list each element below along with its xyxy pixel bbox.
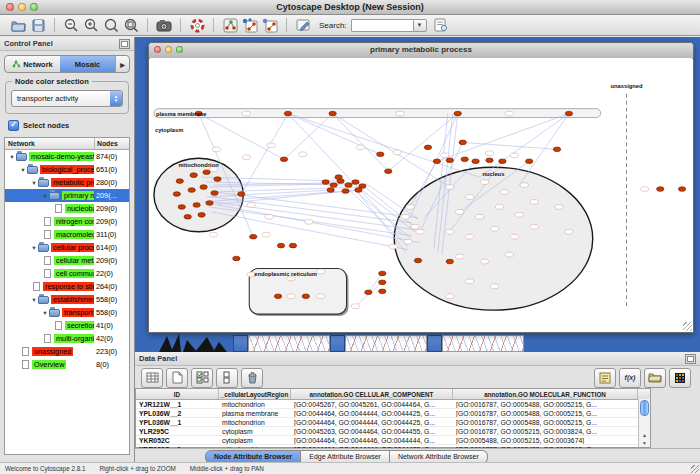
network-node[interactable] [277, 243, 284, 248]
network-node-small[interactable] [262, 232, 270, 237]
network-node-small[interactable] [351, 304, 359, 309]
table-row[interactable]: YKR052Ccytoplasm[GO:0044464, GO:0044446,… [136, 436, 650, 445]
network-node[interactable] [565, 111, 572, 116]
minimized-window-preview[interactable] [442, 335, 524, 352]
network-node-small[interactable] [317, 269, 325, 274]
network-node[interactable] [345, 183, 352, 188]
network-edit-b-icon[interactable] [260, 16, 280, 34]
tree-row[interactable]: ▼primary metabo209(... [5, 189, 129, 202]
import-attributes-icon[interactable] [644, 368, 666, 388]
network-node-small[interactable] [389, 244, 397, 249]
network-node[interactable] [184, 215, 191, 220]
minimized-window-icon[interactable] [233, 335, 248, 352]
network-node[interactable] [446, 158, 453, 163]
network-node-small[interactable] [305, 219, 313, 224]
tree-row[interactable]: secretion41(0) [5, 319, 129, 332]
tree-row[interactable]: ▼mosaic-demo-yeast874(0) [5, 150, 129, 163]
unselect-all-attributes-icon[interactable] [216, 368, 238, 388]
network-node-small[interactable] [446, 185, 454, 190]
network-node-small[interactable] [500, 190, 508, 195]
delete-attribute-icon[interactable] [241, 368, 263, 388]
network-node-small[interactable] [456, 254, 464, 259]
network-node-small[interactable] [510, 153, 518, 158]
network-node[interactable] [238, 192, 245, 197]
network-node[interactable] [454, 111, 461, 116]
tab-overflow-button[interactable]: ▶ [115, 56, 129, 72]
network-node[interactable] [472, 159, 479, 164]
network-node[interactable] [206, 201, 213, 206]
network-node[interactable] [459, 140, 466, 145]
float-panel-icon[interactable] [685, 354, 696, 364]
zoom-selected-icon[interactable] [101, 16, 121, 34]
search-dropdown-icon[interactable]: ▼ [413, 19, 427, 32]
network-node[interactable] [233, 256, 240, 261]
network-node-small[interactable] [640, 187, 648, 192]
network-node-small[interactable] [475, 214, 483, 219]
zoom-fit-icon[interactable] [121, 16, 141, 34]
table-row[interactable]: YLR295Ccytoplasm[GO:0045263, GO:0044464,… [136, 427, 650, 436]
network-node[interactable] [377, 152, 384, 157]
network-node-small[interactable] [465, 279, 473, 284]
network-window-titlebar[interactable]: primary metabolic process [149, 43, 693, 59]
help-ring-icon[interactable] [187, 16, 207, 34]
network-node[interactable] [355, 188, 362, 193]
minimized-window-icon[interactable] [427, 335, 442, 352]
network-node[interactable] [284, 111, 291, 116]
network-node[interactable] [274, 294, 281, 299]
scrollbar-thumb[interactable] [640, 400, 649, 416]
network-node[interactable] [193, 203, 200, 208]
column-header-molecular-function[interactable]: annotation.GO MOLECULAR_FUNCTION [453, 389, 638, 399]
network-node[interactable] [250, 234, 257, 239]
network-node-small[interactable] [520, 183, 528, 188]
network-node[interactable] [203, 170, 210, 175]
tree-row[interactable]: unassigned223(0) [5, 345, 129, 358]
network-node[interactable] [198, 213, 205, 218]
select-all-attributes-icon[interactable] [191, 368, 213, 388]
tree-row[interactable]: Overview8(0) [5, 358, 129, 371]
network-node-small[interactable] [209, 232, 217, 237]
minimized-window-preview[interactable] [248, 335, 330, 352]
network-node[interactable] [173, 192, 180, 197]
table-scrollbar[interactable]: ▲ ▼ [638, 399, 650, 447]
network-node[interactable] [678, 187, 685, 192]
tree-column-nodes[interactable]: Nodes [95, 140, 129, 147]
select-nodes-checkbox[interactable]: ✓ [8, 120, 19, 131]
network-node-small[interactable] [505, 111, 513, 116]
network-node[interactable] [178, 205, 185, 210]
network-edit-a-icon[interactable] [240, 16, 260, 34]
network-node-small[interactable] [406, 205, 414, 210]
network-node-small[interactable] [490, 284, 498, 289]
network-node[interactable] [657, 187, 664, 192]
minimized-window-preview[interactable] [345, 335, 427, 352]
network-node[interactable] [414, 258, 421, 263]
network-node[interactable] [329, 111, 336, 116]
network-node-small[interactable] [299, 152, 307, 157]
tree-row[interactable]: ▼cellular process614(0) [5, 241, 129, 254]
save-icon[interactable] [28, 16, 48, 34]
network-node[interactable] [365, 290, 372, 295]
network-overview-icon[interactable] [220, 16, 240, 34]
network-node-small[interactable] [317, 294, 325, 299]
network-node-small[interactable] [242, 155, 250, 160]
network-node[interactable] [280, 157, 287, 162]
network-node[interactable] [379, 271, 386, 276]
network-node[interactable] [327, 188, 334, 193]
tab-mosaic[interactable]: Mosaic [60, 56, 115, 72]
network-node[interactable] [526, 159, 533, 164]
network-node-small[interactable] [393, 150, 401, 155]
tree-expander-icon[interactable]: ▼ [8, 154, 16, 160]
function-builder-icon[interactable]: f(x) [619, 368, 641, 388]
table-row[interactable]: YPL036W__2plasma membrane[GO:0044464, GO… [136, 409, 650, 418]
network-node-small[interactable] [485, 151, 493, 156]
network-node-small[interactable] [565, 229, 573, 234]
network-node[interactable] [200, 185, 207, 190]
tree-expander-icon[interactable]: ▼ [19, 167, 27, 173]
network-node[interactable] [214, 177, 221, 182]
tree-expander-icon[interactable]: ▼ [30, 245, 38, 251]
table-row[interactable]: YPL036W__1mitochondrion[GO:0044464, GO:0… [136, 418, 650, 427]
network-node-small[interactable] [265, 214, 273, 219]
network-node-small[interactable] [287, 294, 295, 299]
network-canvas[interactable]: plasma membranecytoplasmmitochondrionnuc… [150, 58, 692, 331]
network-node-small[interactable] [480, 259, 488, 264]
network-node[interactable] [446, 259, 453, 264]
